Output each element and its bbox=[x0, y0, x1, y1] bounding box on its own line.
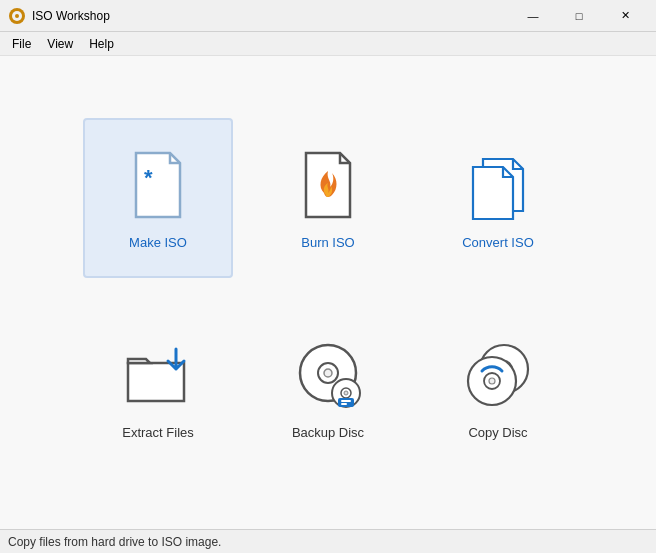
svg-point-9 bbox=[344, 391, 348, 395]
minimize-button[interactable]: — bbox=[510, 0, 556, 32]
extract-files-icon bbox=[123, 335, 193, 415]
extract-files-button[interactable]: Extract Files bbox=[83, 308, 233, 468]
menu-help[interactable]: Help bbox=[81, 35, 122, 53]
titlebar: ISO Workshop — □ ✕ bbox=[0, 0, 656, 32]
convert-iso-icon bbox=[463, 145, 533, 225]
copy-disc-icon bbox=[463, 335, 533, 415]
backup-disc-label: Backup Disc bbox=[292, 425, 364, 440]
svg-rect-11 bbox=[341, 400, 351, 402]
app-icon bbox=[8, 7, 26, 25]
burn-iso-button[interactable]: Burn ISO bbox=[253, 118, 403, 278]
menubar: File View Help bbox=[0, 32, 656, 56]
svg-point-2 bbox=[15, 14, 19, 18]
menu-file[interactable]: File bbox=[4, 35, 39, 53]
burn-iso-icon bbox=[293, 145, 363, 225]
convert-iso-button[interactable]: Convert ISO bbox=[423, 118, 573, 278]
svg-rect-10 bbox=[338, 398, 354, 407]
status-text: Copy files from hard drive to ISO image. bbox=[8, 535, 221, 549]
statusbar: Copy files from hard drive to ISO image. bbox=[0, 529, 656, 553]
burn-iso-label: Burn ISO bbox=[301, 235, 354, 250]
svg-point-6 bbox=[324, 369, 332, 377]
svg-text:*: * bbox=[144, 165, 153, 190]
feature-grid: * Make ISO Burn ISO bbox=[83, 118, 573, 468]
maximize-button[interactable]: □ bbox=[556, 0, 602, 32]
window-controls: — □ ✕ bbox=[510, 0, 648, 32]
backup-disc-icon bbox=[293, 335, 363, 415]
make-iso-icon: * bbox=[123, 145, 193, 225]
extract-files-label: Extract Files bbox=[122, 425, 194, 440]
backup-disc-button[interactable]: Backup Disc bbox=[253, 308, 403, 468]
main-content: * Make ISO Burn ISO bbox=[0, 56, 656, 529]
svg-rect-12 bbox=[341, 403, 347, 405]
make-iso-label: Make ISO bbox=[129, 235, 187, 250]
menu-view[interactable]: View bbox=[39, 35, 81, 53]
convert-iso-label: Convert ISO bbox=[462, 235, 534, 250]
make-iso-button[interactable]: * Make ISO bbox=[83, 118, 233, 278]
svg-point-18 bbox=[489, 378, 495, 384]
copy-disc-button[interactable]: Copy Disc bbox=[423, 308, 573, 468]
copy-disc-label: Copy Disc bbox=[468, 425, 527, 440]
close-button[interactable]: ✕ bbox=[602, 0, 648, 32]
window-title: ISO Workshop bbox=[32, 9, 510, 23]
